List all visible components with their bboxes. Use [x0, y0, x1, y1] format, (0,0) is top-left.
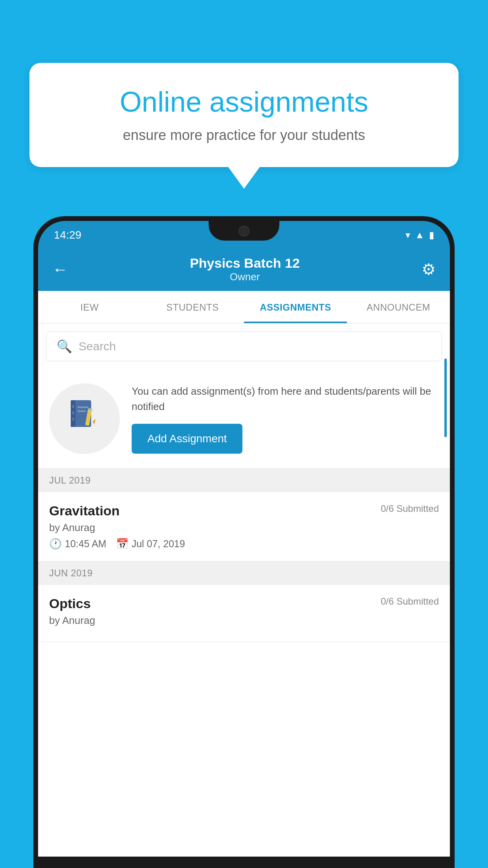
search-placeholder: Search: [79, 340, 116, 353]
assignment-cta-text: You can add assignment(s) from here and …: [132, 384, 439, 414]
phone-frame: 14:29 ▾ ▲ ▮ ← Physics Batch 12 Owner ⚙ I…: [33, 216, 455, 868]
svg-rect-5: [77, 406, 88, 408]
tab-students[interactable]: STUDENTS: [141, 291, 244, 323]
svg-rect-3: [73, 411, 73, 414]
section-header-jul: JUL 2019: [38, 469, 450, 492]
assignment-status-optics: 0/6 Submitted: [381, 596, 439, 607]
back-button[interactable]: ←: [52, 261, 68, 278]
svg-rect-2: [73, 405, 73, 408]
speech-bubble-subtitle: ensure more practice for your students: [57, 127, 431, 143]
search-bar-container: 🔍 Search: [38, 324, 450, 369]
speech-bubble: Online assignments ensure more practice …: [29, 63, 459, 167]
add-assignment-section: You can add assignment(s) from here and …: [38, 369, 450, 469]
phone-inner: 14:29 ▾ ▲ ▮ ← Physics Batch 12 Owner ⚙ I…: [38, 221, 450, 868]
add-assignment-button[interactable]: Add Assignment: [132, 424, 242, 454]
assignment-icon-circle: [49, 383, 120, 454]
scroll-indicator: [444, 359, 447, 437]
speech-bubble-arrow: [228, 167, 260, 189]
assignment-notebook-icon: [67, 397, 102, 441]
clock-icon: 🕐: [49, 538, 62, 550]
assignment-status-gravitation: 0/6 Submitted: [381, 503, 439, 514]
svg-rect-4: [73, 417, 73, 421]
svg-marker-8: [93, 419, 95, 425]
assignment-date-gravitation: 📅 Jul 07, 2019: [116, 538, 185, 550]
calendar-icon: 📅: [116, 538, 128, 550]
speech-bubble-container: Online assignments ensure more practice …: [29, 63, 459, 189]
app-header: ← Physics Batch 12 Owner ⚙: [38, 248, 450, 291]
assignment-by-optics: by Anurag: [49, 614, 439, 627]
header-title-section: Physics Batch 12 Owner: [68, 256, 422, 283]
header-subtitle: Owner: [68, 271, 422, 283]
assignment-time-value: 10:45 AM: [65, 538, 106, 550]
status-time: 14:29: [54, 229, 81, 241]
battery-icon: ▮: [429, 230, 434, 241]
settings-button[interactable]: ⚙: [422, 260, 436, 278]
assignment-cta-right: You can add assignment(s) from here and …: [132, 384, 439, 454]
section-header-jun: JUN 2019: [38, 561, 450, 585]
signal-icon: ▲: [415, 230, 424, 241]
assignment-by-gravitation: by Anurag: [49, 522, 439, 534]
assignment-item-gravitation[interactable]: Gravitation 0/6 Submitted by Anurag 🕐 10…: [38, 492, 450, 561]
phone-notch: [209, 221, 279, 241]
speech-bubble-title: Online assignments: [57, 86, 431, 118]
assignment-meta-gravitation: 🕐 10:45 AM 📅 Jul 07, 2019: [49, 538, 439, 550]
assignment-date-value: Jul 07, 2019: [132, 538, 185, 550]
tab-assignments[interactable]: ASSIGNMENTS: [244, 291, 347, 323]
assignment-name-gravitation: Gravitation: [49, 503, 119, 519]
camera-dot: [238, 226, 250, 237]
tab-announcements[interactable]: ANNOUNCEM: [347, 291, 450, 323]
assignment-item-optics-top: Optics 0/6 Submitted: [49, 596, 439, 611]
tabs-container: IEW STUDENTS ASSIGNMENTS ANNOUNCEM: [38, 291, 450, 324]
search-bar[interactable]: 🔍 Search: [46, 331, 442, 361]
status-icons: ▾ ▲ ▮: [405, 230, 434, 241]
assignment-item-top: Gravitation 0/6 Submitted: [49, 503, 439, 519]
wifi-icon: ▾: [405, 230, 410, 241]
assignment-time-gravitation: 🕐 10:45 AM: [49, 538, 106, 550]
screen-content: 🔍 Search: [38, 324, 450, 857]
search-icon: 🔍: [57, 339, 72, 354]
assignment-item-optics[interactable]: Optics 0/6 Submitted by Anurag: [38, 585, 450, 642]
assignment-name-optics: Optics: [49, 596, 91, 611]
header-title: Physics Batch 12: [68, 256, 422, 271]
svg-rect-6: [77, 410, 86, 412]
tab-iew[interactable]: IEW: [38, 291, 141, 323]
